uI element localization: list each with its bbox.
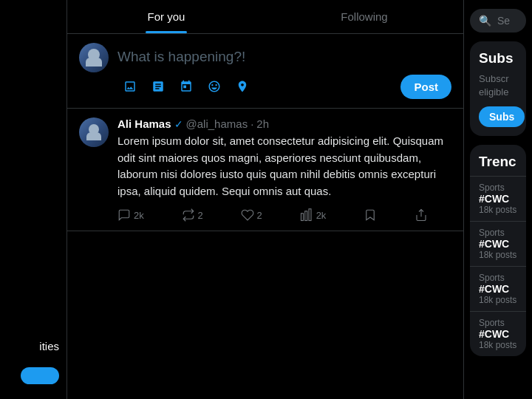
emoji-icon[interactable] — [202, 74, 227, 99]
compose-avatar — [79, 43, 109, 72]
svg-rect-1 — [304, 211, 307, 221]
svg-rect-0 — [301, 214, 303, 221]
retweet-action[interactable]: 2 — [182, 208, 203, 222]
trend-category: Sports — [479, 318, 517, 328]
tweet-time: 2h — [256, 117, 269, 130]
subscribe-card: Subs Subscr eligible Subs — [470, 41, 526, 136]
views-count: 2k — [316, 210, 327, 221]
subscribe-title: Subs — [479, 50, 517, 66]
search-bar[interactable]: 🔍 Se — [470, 9, 526, 33]
share-action[interactable] — [415, 208, 428, 222]
like-action[interactable]: 2 — [241, 208, 262, 222]
subscribe-button[interactable]: Subs — [479, 106, 525, 127]
sidebar-blue-button[interactable] — [21, 367, 59, 384]
left-sidebar: ities — [0, 0, 66, 399]
search-icon: 🔍 — [479, 15, 491, 27]
reply-count: 2k — [134, 210, 144, 221]
location-icon[interactable] — [230, 74, 255, 99]
empty-area — [67, 231, 463, 399]
tweet-item: Ali Hamas ✓ @ali_hamas · 2h Lorem ipsum … — [67, 109, 463, 231]
calendar-icon[interactable] — [174, 74, 199, 99]
tab-following[interactable]: Following — [265, 0, 463, 33]
trend-posts: 18k posts — [479, 205, 517, 215]
right-sidebar: 🔍 Se Subs Subscr eligible Subs Trenc Spo… — [464, 0, 532, 399]
trend-posts: 18k posts — [479, 340, 517, 350]
compose-icons — [117, 74, 255, 99]
trend-category: Sports — [479, 183, 517, 193]
retweet-count: 2 — [198, 210, 203, 221]
bookmark-action[interactable] — [364, 208, 377, 222]
verified-icon: ✓ — [174, 118, 183, 130]
avatar-image — [79, 43, 109, 72]
tweet-actions: 2k 2 2 2k — [117, 208, 428, 222]
trend-item-3[interactable]: Sports #CWC 18k posts — [470, 266, 526, 311]
trend-item-2[interactable]: Sports #CWC 18k posts — [470, 221, 526, 266]
tweet-avatar — [79, 117, 109, 147]
tabs-container: For you Following — [67, 0, 463, 34]
trend-item-4[interactable]: Sports #CWC 18k posts — [470, 311, 526, 356]
tweet-handle: @ali_hamas — [186, 117, 248, 130]
trend-hashtag: #CWC — [479, 328, 517, 340]
reply-action[interactable]: 2k — [117, 208, 144, 222]
views-action[interactable]: 2k — [300, 208, 327, 222]
tweet-avatar-img — [79, 117, 109, 147]
trend-posts: 18k posts — [479, 250, 517, 260]
tweet-header: Ali Hamas ✓ @ali_hamas · 2h — [117, 117, 451, 130]
subscribe-desc: Subscr eligible — [479, 72, 517, 99]
trend-hashtag: #CWC — [479, 283, 517, 295]
trend-hashtag: #CWC — [479, 238, 517, 250]
main-feed: For you Following What is happening?! — [66, 0, 464, 399]
compose-area: What is happening?! — [67, 34, 463, 109]
search-input[interactable]: Se — [497, 15, 517, 27]
like-count: 2 — [257, 210, 262, 221]
image-icon[interactable] — [117, 74, 143, 99]
trends-title: Trenc — [470, 145, 526, 176]
tweet-content: Ali Hamas ✓ @ali_hamas · 2h Lorem ipsum … — [117, 117, 451, 222]
compose-placeholder[interactable]: What is happening?! — [117, 43, 451, 74]
compose-right: What is happening?! — [117, 43, 451, 99]
trend-item-1[interactable]: Sports #CWC 18k posts — [470, 176, 526, 221]
tweet-author-name: Ali Hamas — [117, 117, 171, 130]
svg-rect-2 — [309, 209, 311, 221]
list-icon[interactable] — [146, 74, 171, 99]
trend-category: Sports — [479, 228, 517, 238]
trend-posts: 18k posts — [479, 295, 517, 305]
trends-card: Trenc Sports #CWC 18k posts Sports #CWC … — [470, 145, 526, 356]
tweet-text: Lorem ipsum dolor sit, amet consectetur … — [117, 133, 451, 200]
tweet-dot: · — [250, 117, 253, 130]
post-button[interactable]: Post — [400, 75, 451, 99]
tab-for-you[interactable]: For you — [67, 0, 265, 33]
trend-category: Sports — [479, 273, 517, 283]
trend-hashtag: #CWC — [479, 193, 517, 205]
compose-toolbar: Post — [117, 74, 451, 99]
sidebar-label: ities — [39, 340, 59, 352]
